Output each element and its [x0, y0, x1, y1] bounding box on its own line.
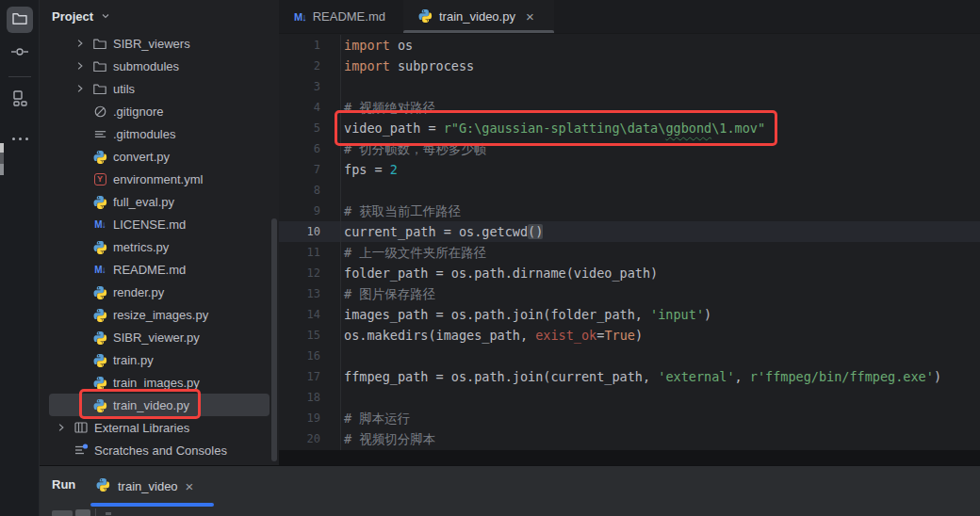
line-number: 18 [279, 387, 320, 408]
code-line-1[interactable]: 1import os [279, 35, 980, 56]
textfile-icon [92, 126, 107, 141]
project-panel-header[interactable]: Project [40, 0, 279, 32]
tab-train-video[interactable]: train_video.py × [403, 0, 554, 33]
tree-item-external-libraries[interactable]: External Libraries [40, 416, 279, 439]
chevron-right-icon[interactable] [74, 82, 87, 95]
code-text: images_path = os.path.join(folder_path, … [344, 304, 711, 325]
run-panel-title: Run [52, 477, 75, 492]
code-text: # 视频切分脚本 [344, 428, 435, 449]
tab-label: README.md [313, 9, 385, 24]
tree-item-submodules[interactable]: submodules [40, 55, 279, 77]
code-line-7[interactable]: 7fps = 2 [279, 159, 980, 180]
project-tool-button[interactable] [7, 7, 33, 33]
more-options-icon [12, 137, 28, 140]
python-icon [92, 194, 107, 209]
tree-item-convert-py[interactable]: convert.py [40, 145, 279, 168]
commit-icon [10, 42, 29, 65]
code-line-11[interactable]: 11# 上一级文件夹所在路径 [279, 242, 980, 263]
code-line-12[interactable]: 12folder_path = os.path.dirname(video_pa… [279, 263, 980, 283]
code-line-19[interactable]: 19# 脚本运行 [279, 408, 980, 428]
tree-item-train-py[interactable]: train.py [40, 348, 279, 371]
code-line-20[interactable]: 20# 视频切分脚本 [279, 428, 980, 449]
python-icon [96, 477, 110, 494]
tree-item-resize-images-py[interactable]: resize_images.py [40, 303, 279, 326]
line-number: 15 [279, 325, 320, 346]
code-line-15[interactable]: 15os.makedirs(images_path, exist_ok=True… [279, 325, 980, 346]
close-icon[interactable]: × [186, 478, 194, 494]
close-icon[interactable]: × [526, 9, 534, 24]
code-line-9[interactable]: 9# 获取当前工作路径 [279, 201, 980, 221]
code-line-18[interactable]: 18 [279, 387, 980, 408]
python-icon [92, 307, 107, 322]
stripe-divider [8, 76, 31, 77]
clipped-console-toolbar [52, 510, 73, 516]
commit-tool-button[interactable] [7, 40, 33, 67]
editor-bottom-strip [279, 450, 980, 465]
tree-item-label: metrics.py [113, 240, 169, 254]
editor-tab-bar: M↓ README.md train_video.py × [279, 0, 980, 34]
tree-item-label: resize_images.py [113, 308, 208, 322]
tab-readme[interactable]: M↓ README.md [279, 0, 403, 33]
clipped-console-toolbar [75, 509, 90, 516]
code-text: fps = 2 [344, 159, 398, 180]
code-text: # 脚本运行 [344, 408, 410, 428]
tree-item-metrics-py[interactable]: metrics.py [40, 235, 279, 258]
chevron-right-icon[interactable] [74, 59, 87, 73]
tree-item-label: environment.yml [113, 172, 203, 186]
annotation-box-train-video-file [79, 389, 201, 419]
tree-item-label: train_images.py [113, 376, 200, 390]
structure-tool-button[interactable] [7, 87, 33, 113]
code-text: ffmpeg_path = os.path.join(current_path,… [344, 366, 941, 387]
folder-icon [11, 9, 28, 30]
tree-item--gitignore[interactable]: .gitignore [40, 100, 279, 122]
project-scrollbar-thumb[interactable] [271, 218, 277, 461]
tree-item-label: .gitmodules [113, 127, 175, 141]
chevron-right-icon[interactable] [74, 37, 87, 50]
folder-icon [92, 36, 107, 51]
tree-item-readme-md[interactable]: M↓README.md [40, 258, 279, 281]
code-line-10[interactable]: 10current_path = os.getcwd() [279, 221, 980, 242]
tree-item-label: .gitignore [113, 105, 163, 119]
code-line-13[interactable]: 13# 图片保存路径 [279, 283, 980, 304]
run-tab-train-video[interactable]: train_video × [96, 472, 193, 500]
tree-item-render-py[interactable]: render.py [40, 281, 279, 303]
tree-item-license-md[interactable]: M↓LICENSE.md [40, 213, 279, 235]
edge-artifact [0, 143, 4, 175]
tree-item-sibr-viewers[interactable]: SIBR_viewers [40, 32, 279, 55]
tree-item-label: Scratches and Consoles [94, 443, 227, 458]
gutter-separator [340, 35, 341, 450]
tree-item-label: full_eval.py [113, 195, 174, 209]
code-line-3[interactable]: 3 [279, 76, 980, 97]
tree-item-utils[interactable]: utils [40, 77, 279, 100]
code-text: os.makedirs(images_path, exist_ok=True) [344, 325, 643, 346]
tree-item-label: train.py [113, 353, 154, 367]
code-text: import os [344, 35, 413, 56]
tree-item--gitmodules[interactable]: .gitmodules [40, 122, 279, 145]
more-tool-windows-button[interactable] [7, 125, 33, 152]
line-number: 8 [279, 180, 320, 201]
line-number: 11 [279, 242, 320, 263]
code-line-17[interactable]: 17ffmpeg_path = os.path.join(current_pat… [279, 366, 980, 387]
code-line-2[interactable]: 2import subprocess [279, 56, 980, 76]
tree-item-scratches-and-consoles[interactable]: Scratches and Consoles [40, 439, 279, 461]
tree-item-environment-yml[interactable]: Yenvironment.yml [40, 168, 279, 190]
tree-item-sibr-viewer-py[interactable]: SIBR_viewer.py [40, 326, 279, 348]
tree-item-label: submodules [113, 59, 179, 73]
code-line-16[interactable]: 16 [279, 346, 980, 366]
line-number: 7 [279, 159, 320, 180]
line-number: 9 [279, 201, 320, 221]
python-icon [92, 239, 107, 254]
code-line-14[interactable]: 14images_path = os.path.join(folder_path… [279, 304, 980, 325]
tree-item-label: convert.py [113, 150, 170, 164]
tab-label: train_video.py [439, 9, 515, 24]
code-text: folder_path = os.path.dirname(video_path… [344, 263, 658, 283]
code-text: import subprocess [344, 56, 474, 76]
tree-item-full-eval-py[interactable]: full_eval.py [40, 190, 279, 213]
markdown-icon: M↓ [92, 217, 107, 232]
code-editor[interactable]: 1import os2import subprocess34# 视频绝对路径5v… [279, 35, 980, 450]
tree-item-label: utils [113, 82, 135, 96]
code-line-8[interactable]: 8 [279, 180, 980, 201]
tree-item-label: README.md [113, 263, 186, 277]
chevron-right-icon[interactable] [55, 421, 68, 434]
code-text: # 图片保存路径 [344, 283, 435, 304]
